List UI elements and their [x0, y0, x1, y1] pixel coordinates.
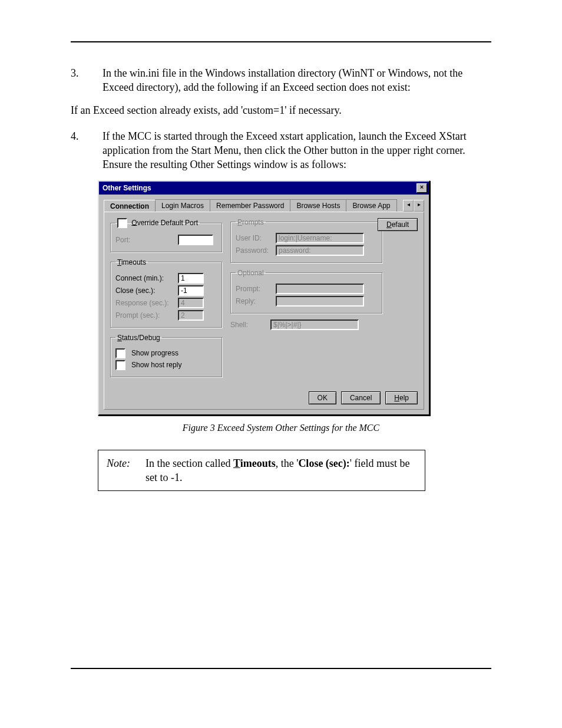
optional-reply-input	[276, 296, 364, 307]
status-debug-group: Status/Debug Show progress Show host rep…	[110, 334, 222, 377]
connect-input[interactable]	[178, 273, 204, 284]
show-progress-row[interactable]: Show progress	[115, 348, 217, 358]
show-host-reply-row[interactable]: Show host reply	[115, 360, 217, 370]
optional-reply-label: Reply:	[236, 297, 272, 305]
connect-label: Connect (min.):	[115, 274, 174, 282]
timeouts-group: Timeouts Connect (min.): Close (sec.): R…	[110, 258, 222, 328]
port-label: Port:	[115, 236, 174, 244]
note-box: Note: In the section called Timeouts, th…	[98, 450, 425, 492]
mid-paragraph: If an Exceed section already exists, add…	[71, 103, 491, 117]
close-icon[interactable]: ×	[416, 183, 427, 193]
note-body: In the section called Timeouts, the 'Clo…	[146, 456, 416, 485]
figure-caption: Figure 3 Exceed System Other Settings fo…	[71, 423, 491, 433]
help-button[interactable]: Help	[385, 391, 418, 404]
optional-legend: Optional	[236, 269, 266, 277]
show-progress-label: Show progress	[131, 349, 178, 357]
step-4: 4. If the MCC is started through the Exc…	[71, 129, 491, 172]
tab-strip: Connection Login Macros Remember Passwor…	[99, 195, 429, 212]
tab-remember-password[interactable]: Remember Password	[210, 199, 290, 212]
step-4-number: 4.	[71, 129, 103, 172]
override-port-group: Override Default Port Port:	[110, 218, 222, 252]
titlebar: Other Settings ×	[99, 182, 429, 195]
response-input	[178, 298, 204, 308]
ok-button[interactable]: OK	[309, 391, 336, 404]
step-4-text: If the MCC is started through the Exceed…	[103, 129, 491, 172]
prompts-legend: Prompts	[236, 218, 266, 226]
password-input	[276, 245, 364, 256]
step-3-number: 3.	[71, 66, 103, 95]
prompt-sec-label: Prompt (sec.):	[115, 311, 174, 319]
other-settings-dialog: Other Settings × Connection Login Macros…	[98, 180, 430, 416]
close-label: Close (sec.):	[115, 286, 174, 295]
step-3: 3. In the win.ini file in the Windows in…	[71, 66, 491, 95]
optional-prompt-input	[276, 284, 364, 294]
default-button[interactable]: Default	[378, 218, 418, 231]
override-port-checkbox[interactable]	[117, 218, 127, 228]
status-debug-legend: Status/Debug	[115, 334, 162, 342]
tab-connection[interactable]: Connection	[104, 200, 156, 212]
userid-label: User ID:	[236, 234, 272, 242]
response-label: Response (sec.):	[115, 299, 174, 307]
dialog-buttons: OK Cancel Help	[309, 391, 418, 404]
shell-label: Shell:	[230, 321, 267, 329]
prompts-group: Prompts User ID: Password:	[230, 218, 382, 263]
tab-browse-hosts[interactable]: Browse Hosts	[290, 199, 346, 212]
override-port-checkbox-row[interactable]: Override Default Port	[115, 218, 200, 228]
tab-scroll-right-icon[interactable]: ▸	[414, 200, 424, 212]
dialog-body: Override Default Port Port: Timeouts Con…	[104, 212, 424, 410]
close-input[interactable]	[178, 285, 204, 296]
tab-scroll-left-icon[interactable]: ◂	[403, 200, 414, 212]
password-label: Password:	[236, 246, 272, 255]
show-progress-checkbox[interactable]	[115, 348, 125, 358]
tab-login-macros[interactable]: Login Macros	[155, 199, 210, 212]
cancel-button[interactable]: Cancel	[341, 391, 381, 404]
step-3-text: In the win.ini file in the Windows insta…	[103, 66, 491, 95]
prompt-sec-input	[178, 310, 204, 321]
note-label: Note:	[107, 456, 146, 485]
bottom-rule	[71, 668, 491, 669]
shell-input	[270, 319, 359, 330]
titlebar-title: Other Settings	[103, 184, 416, 192]
show-host-reply-label: Show host reply	[131, 361, 181, 369]
tab-browse-app[interactable]: Browse App	[346, 199, 396, 212]
port-input[interactable]	[178, 235, 213, 245]
optional-prompt-label: Prompt:	[236, 285, 272, 293]
timeouts-legend: Timeouts	[115, 258, 148, 266]
show-host-reply-checkbox[interactable]	[115, 360, 125, 370]
userid-input	[276, 233, 364, 243]
top-rule	[71, 41, 491, 42]
optional-group: Optional Prompt: Reply:	[230, 269, 382, 314]
